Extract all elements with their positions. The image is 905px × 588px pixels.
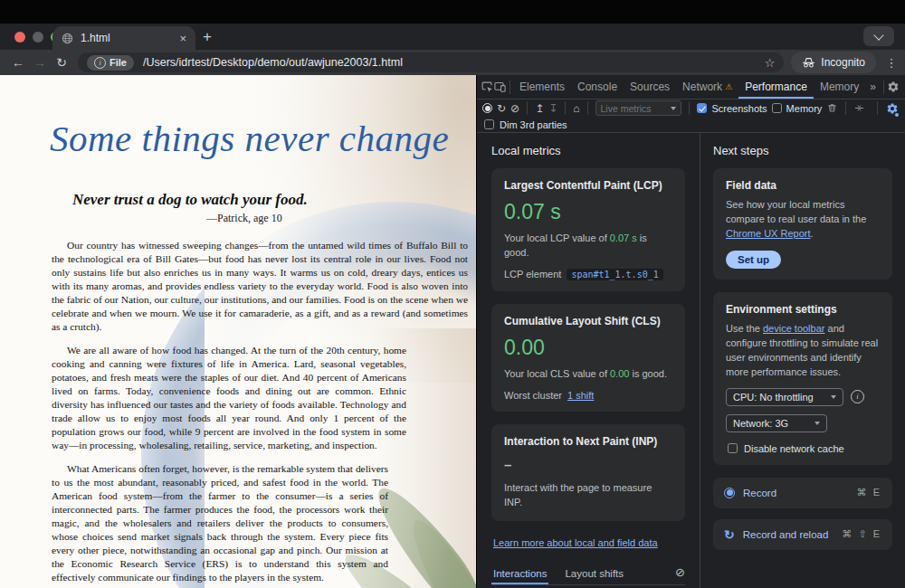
inp-description: Interact with the page to measure INP. (504, 481, 672, 510)
article-epigraph: Never trust a dog to watch your food. (72, 191, 476, 209)
tab-console[interactable]: Console (571, 75, 624, 99)
live-metrics-select[interactable]: Live metrics (595, 100, 682, 116)
record-icon (724, 488, 735, 498)
reload-button[interactable]: ↻ (51, 55, 72, 70)
disable-network-cache-label: Disable network cache (744, 443, 844, 454)
close-window-button[interactable] (14, 32, 25, 43)
disable-network-cache-checkbox[interactable] (728, 443, 738, 453)
worst-cluster-link[interactable]: 1 shift (567, 390, 594, 401)
layout-shifts-tab[interactable]: Layout shifts (563, 564, 625, 584)
tab-network[interactable]: Network ⚠ (676, 75, 738, 99)
divider (510, 81, 510, 94)
upload-profile-icon[interactable]: ↥ (535, 103, 544, 114)
network-throttling-select[interactable]: Network: 3G (726, 414, 827, 432)
chevron-down-icon (873, 30, 883, 40)
tab-sources[interactable]: Sources (624, 75, 676, 99)
environment-settings-card: Environment settings Use the device tool… (713, 292, 892, 465)
tab-strip: 1.html × + (0, 24, 905, 50)
device-toolbar-icon[interactable] (493, 78, 507, 96)
divider (883, 81, 884, 94)
reload-and-record-icon[interactable]: ↻ (497, 103, 506, 114)
field-data-title: Field data (726, 179, 880, 192)
performance-toolbar: ↻ ⊘ ↥ ↧ ⌂ Live metrics Screenshots Memor… (477, 100, 905, 117)
article-body: Our country has witnessed sweeping chang… (52, 239, 476, 588)
browser-toolbar: ← → ↻ i File /Users/idrtest/Desktop/demo… (0, 50, 905, 75)
inp-value: – (504, 457, 672, 472)
web-page-content: Some things never change Never trust a d… (0, 75, 476, 588)
bookmark-star-icon[interactable]: ☆ (765, 56, 776, 70)
resize-panels-icon[interactable] (853, 100, 865, 118)
clear-icon[interactable]: ⊘ (510, 103, 519, 114)
tab-close-icon[interactable]: × (179, 32, 186, 45)
capture-settings-gear-icon[interactable] (885, 100, 900, 118)
set-up-button[interactable]: Set up (726, 251, 781, 269)
memory-checkbox[interactable] (772, 103, 782, 113)
record-button[interactable]: Record ⌘ E (713, 478, 892, 508)
tab-search-button[interactable] (863, 26, 894, 46)
home-icon[interactable]: ⌂ (573, 103, 579, 114)
worst-cluster-label: Worst cluster (504, 390, 562, 401)
record-icon[interactable] (482, 103, 492, 113)
record-and-reload-button[interactable]: ↻ Record and reload ⌘ ⇧ E (713, 519, 892, 550)
minimize-window-button[interactable] (33, 32, 43, 43)
back-button[interactable]: ← (7, 55, 29, 70)
local-metrics-heading: Local metrics (491, 144, 685, 157)
settings-changed-dot (895, 113, 899, 117)
field-data-card: Field data See how your local metrics co… (713, 168, 892, 280)
chrome-ux-report-link[interactable]: Chrome UX Report (726, 228, 811, 239)
record-and-reload-shortcut: ⌘ ⇧ E (842, 528, 881, 540)
forward-button[interactable]: → (29, 55, 51, 70)
record-label: Record (743, 488, 776, 498)
devtools-menu-icon[interactable]: ⋮ (900, 78, 905, 96)
file-chip-label: File (110, 57, 127, 68)
devtools-panel: Elements Console Sources Network ⚠ Perfo… (476, 75, 905, 588)
epigraph-attribution: —Patrick, age 10 (206, 212, 476, 225)
lcp-element-row: LCP element span#t1_1.t.s0_1 (504, 269, 672, 280)
more-tabs-button[interactable]: » (865, 81, 881, 93)
file-scheme-chip[interactable]: i File (87, 55, 134, 71)
divider (689, 101, 690, 115)
url-text[interactable]: /Users/idrtest/Desktop/demo/out/awjune20… (143, 56, 765, 69)
dim-3rd-parties-checkbox[interactable] (484, 119, 494, 129)
device-toolbar-link[interactable]: device toolbar (763, 323, 825, 334)
cls-card: Cumulative Layout Shift (CLS) 0.00 Your … (491, 304, 685, 412)
tab-performance[interactable]: Performance (738, 75, 814, 99)
clear-log-icon[interactable]: ⊘ (675, 565, 685, 579)
devtools-settings-gear-icon[interactable] (887, 78, 900, 96)
cls-value: 0.00 (504, 336, 672, 360)
local-metrics-column: Local metrics Largest Contentful Paint (… (477, 133, 700, 588)
browser-menu-button[interactable]: ⋮ (881, 56, 901, 70)
memory-label: Memory (786, 103, 823, 114)
address-bar[interactable]: i File /Users/idrtest/Desktop/demo/out/a… (78, 52, 784, 72)
lcp-description: Your local LCP value of 0.07 s is good. (504, 232, 672, 261)
window-titlebar (0, 0, 905, 24)
dropdown-arrow-icon (831, 395, 836, 399)
tab-elements[interactable]: Elements (513, 75, 571, 99)
lcp-element-link[interactable]: span#t1_1.t.s0_1 (567, 269, 662, 280)
field-data-text: See how your local metrics compare to re… (726, 198, 880, 242)
download-profile-icon[interactable]: ↧ (548, 103, 557, 114)
cls-title: Cumulative Layout Shift (CLS) (504, 315, 672, 327)
incognito-label: Incognito (821, 56, 865, 69)
info-icon: i (94, 57, 106, 69)
learn-more-link[interactable]: Learn more about local and field data (493, 537, 658, 548)
next-steps-column: Next steps Field data See how your local… (700, 133, 905, 588)
dropdown-arrow-icon (814, 422, 820, 425)
tab-memory[interactable]: Memory (814, 75, 865, 99)
new-tab-button[interactable]: + (203, 28, 212, 46)
article-title: Some things never change (50, 117, 476, 160)
interactions-tab[interactable]: Interactions (491, 564, 548, 584)
screenshots-checkbox[interactable] (697, 103, 707, 113)
cpu-throttling-select[interactable]: CPU: No throttling (726, 388, 843, 406)
warning-icon: ⚠ (725, 82, 732, 91)
collect-garbage-icon[interactable] (826, 100, 838, 118)
incognito-icon (802, 57, 815, 68)
cpu-info-icon[interactable]: i (851, 390, 864, 403)
cls-description: Your local CLS value of 0.00 is good. (504, 367, 672, 382)
browser-tab[interactable]: 1.html × (52, 26, 195, 50)
inspect-element-icon[interactable] (481, 78, 493, 96)
cls-worst-cluster-row: Worst cluster 1 shift (504, 390, 672, 401)
divider (527, 101, 528, 115)
next-steps-heading: Next steps (713, 144, 892, 157)
record-and-reload-label: Record and reload (743, 529, 829, 540)
